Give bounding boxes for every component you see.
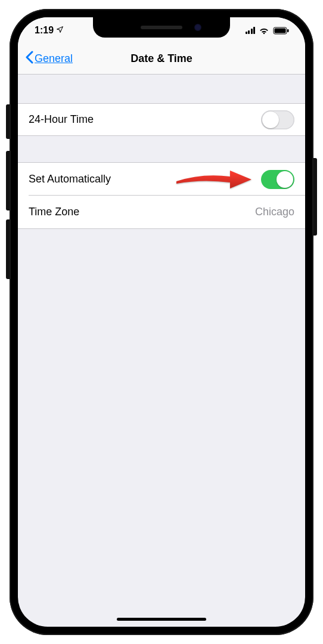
row-label: Set Automatically (29, 173, 111, 185)
toggle-24-hour-time[interactable] (261, 110, 294, 129)
group-spacer (18, 136, 305, 162)
cellular-signal-icon (246, 27, 256, 34)
row-24-hour-time[interactable]: 24-Hour Time (18, 103, 305, 136)
front-camera (194, 24, 201, 31)
annotation-arrow-icon (175, 169, 253, 190)
home-indicator[interactable] (117, 618, 206, 621)
toggle-set-automatically[interactable] (261, 170, 294, 189)
back-button[interactable]: General (25, 51, 73, 67)
row-value: Chicago (255, 206, 294, 218)
battery-icon (273, 27, 290, 35)
back-label: General (35, 52, 73, 65)
svg-rect-1 (275, 28, 286, 33)
svg-rect-2 (287, 29, 289, 32)
row-label: 24-Hour Time (29, 113, 94, 126)
speaker-grill (141, 26, 182, 29)
location-icon (56, 25, 64, 36)
row-time-zone[interactable]: Time Zone Chicago (18, 196, 305, 228)
notch (93, 17, 230, 38)
status-time: 1:19 (35, 25, 54, 36)
wifi-icon (259, 27, 269, 35)
phone-frame: 1:19 General (10, 9, 313, 635)
row-set-automatically[interactable]: Set Automatically (18, 163, 305, 196)
group-automatic: Set Automatically Time Zone Chicago (18, 162, 305, 229)
screen: 1:19 General (18, 17, 305, 627)
side-button (313, 158, 317, 236)
group-spacer (18, 75, 305, 103)
chevron-left-icon (25, 51, 33, 67)
content-area: 24-Hour Time Set Automatically (18, 75, 305, 229)
navigation-bar: General Date & Time (18, 44, 305, 75)
row-label: Time Zone (29, 206, 79, 218)
